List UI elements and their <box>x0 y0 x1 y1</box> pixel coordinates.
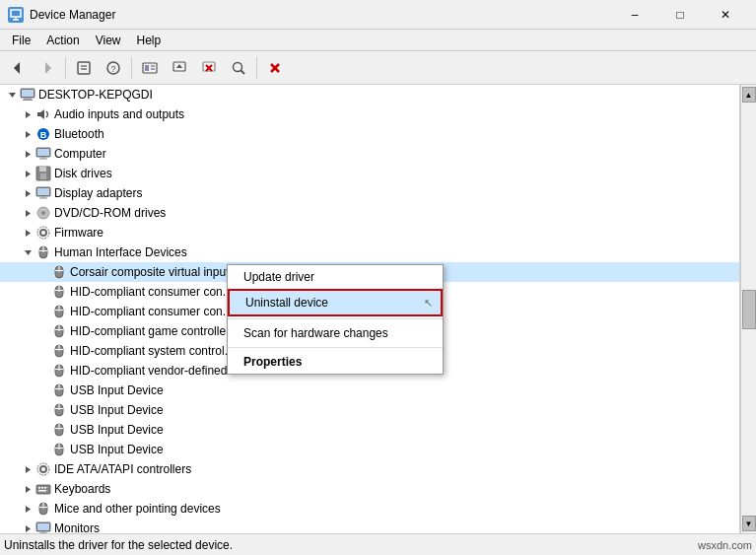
tree-label-usb1: USB Input Device <box>70 383 164 397</box>
tree-icon-display <box>35 185 51 201</box>
expand-icon-disk[interactable] <box>20 166 35 181</box>
menu-action[interactable]: Action <box>38 32 87 49</box>
toolbar-separator-2 <box>131 57 132 79</box>
tree-icon-usb2 <box>51 402 67 418</box>
close-button[interactable]: ✕ <box>703 0 748 30</box>
scroll-up-button[interactable]: ▲ <box>742 87 756 103</box>
svg-rect-5 <box>78 62 90 74</box>
tree-item-firmware[interactable]: Firmware <box>0 223 739 243</box>
expand-icon-computer[interactable] <box>20 146 35 162</box>
tree-item-ide[interactable]: IDE ATA/ATAPI controllers <box>0 459 739 479</box>
expand-icon-monitors[interactable] <box>20 520 35 533</box>
window-title: Device Manager <box>30 8 612 22</box>
tree-label-hid-gc: HID-compliant game controlle... <box>70 324 236 338</box>
tree-item-bluetooth[interactable]: BBluetooth <box>0 124 739 144</box>
expand-icon-display[interactable] <box>20 185 35 201</box>
forward-button[interactable] <box>34 55 61 81</box>
back-button[interactable] <box>4 55 32 81</box>
tree-item-keyboards[interactable]: Keyboards <box>0 479 739 499</box>
expand-icon-hid[interactable] <box>20 244 35 260</box>
delete-button[interactable] <box>261 55 289 81</box>
svg-rect-37 <box>39 159 47 160</box>
expand-icon-root[interactable] <box>4 87 20 103</box>
tree-item-monitors[interactable]: Monitors <box>0 519 739 533</box>
expand-icon-bluetooth[interactable] <box>20 126 35 142</box>
expand-icon-mice[interactable] <box>20 501 35 517</box>
svg-rect-99 <box>39 507 47 508</box>
ctx-separator-2 <box>228 347 443 348</box>
ctx-uninstall-device[interactable]: Uninstall device ↖ <box>228 289 443 316</box>
tree-icon-hid-gc <box>51 323 67 339</box>
tree-icon-usb1 <box>51 382 67 398</box>
expand-icon-keyboards[interactable] <box>20 481 35 497</box>
menu-bar: File Action View Help <box>0 30 756 51</box>
tree-item-audio[interactable]: Audio inputs and outputs <box>0 104 739 124</box>
properties-button[interactable] <box>70 55 98 81</box>
tree-item-usb2[interactable]: USB Input Device <box>0 400 739 420</box>
svg-rect-36 <box>41 157 45 159</box>
svg-marker-3 <box>14 62 20 74</box>
tree-label-mice: Mice and other pointing devices <box>54 502 221 516</box>
svg-point-49 <box>41 211 45 215</box>
svg-point-19 <box>234 62 242 71</box>
help-button[interactable]: ? <box>100 55 127 81</box>
expand-icon-ide[interactable] <box>20 461 35 477</box>
svg-marker-53 <box>25 250 32 255</box>
svg-rect-11 <box>145 65 149 71</box>
scroll-thumb[interactable] <box>742 290 756 329</box>
svg-marker-47 <box>26 210 31 217</box>
scan-button[interactable] <box>225 55 252 81</box>
svg-marker-90 <box>26 486 31 493</box>
tree-label-bluetooth: Bluetooth <box>54 127 104 141</box>
menu-file[interactable]: File <box>4 32 38 49</box>
tree-icon-ide <box>35 461 51 477</box>
expand-icon-usb4 <box>35 442 51 457</box>
update-driver-button[interactable] <box>166 55 193 81</box>
tree-view[interactable]: DESKTOP-KEPQGDIAudio inputs and outputsB… <box>0 85 740 533</box>
svg-rect-65 <box>55 310 63 311</box>
tree-label-disk: Disk drives <box>54 167 112 180</box>
svg-rect-95 <box>38 490 46 492</box>
svg-rect-25 <box>22 90 34 97</box>
menu-view[interactable]: View <box>88 32 129 49</box>
expand-icon-firmware[interactable] <box>20 225 35 241</box>
svg-rect-40 <box>39 167 46 172</box>
tree-item-usb3[interactable]: USB Input Device <box>0 420 739 440</box>
scrollbar[interactable]: ▲ ▼ <box>740 85 756 533</box>
svg-line-20 <box>241 70 245 74</box>
ctx-properties[interactable]: Properties <box>228 350 443 374</box>
toolbar-separator-1 <box>65 57 66 79</box>
tree-icon-corsair <box>51 264 67 280</box>
svg-point-51 <box>40 230 46 236</box>
expand-icon-dvd[interactable] <box>20 205 35 221</box>
svg-point-52 <box>37 227 49 239</box>
show-hidden-button[interactable] <box>136 55 164 81</box>
minimize-button[interactable]: – <box>612 0 657 30</box>
expand-icon-audio[interactable] <box>20 106 35 122</box>
ctx-update-driver[interactable]: Update driver <box>228 265 443 289</box>
tree-icon-firmware <box>35 225 51 241</box>
ctx-scan-hardware[interactable]: Scan for hardware changes <box>228 321 443 345</box>
tree-item-usb4[interactable]: USB Input Device <box>0 440 739 459</box>
tree-label-ide: IDE ATA/ATAPI controllers <box>54 462 191 476</box>
uninstall-button[interactable] <box>195 55 223 81</box>
menu-help[interactable]: Help <box>129 32 170 49</box>
svg-rect-80 <box>55 408 63 409</box>
tree-item-dvd[interactable]: DVD/CD-ROM drives <box>0 203 739 223</box>
scroll-down-button[interactable]: ▼ <box>742 516 756 531</box>
svg-rect-26 <box>24 98 32 100</box>
svg-marker-4 <box>45 62 51 74</box>
tree-item-display[interactable]: Display adapters <box>0 183 739 203</box>
svg-rect-86 <box>55 448 63 449</box>
tree-item-computer[interactable]: Computer <box>0 144 739 164</box>
tree-item-hid[interactable]: Human Interface Devices <box>0 243 739 262</box>
svg-rect-27 <box>23 100 33 101</box>
tree-item-mice[interactable]: Mice and other pointing devices <box>0 499 739 519</box>
tree-item-root[interactable]: DESKTOP-KEPQGDI <box>0 85 739 104</box>
svg-marker-15 <box>176 64 182 68</box>
maximize-button[interactable]: □ <box>657 0 703 30</box>
tree-item-disk[interactable]: Disk drives <box>0 164 739 183</box>
context-menu: Update driver Uninstall device ↖ Scan fo… <box>227 264 444 375</box>
svg-marker-29 <box>37 109 44 119</box>
tree-item-usb1[interactable]: USB Input Device <box>0 381 739 400</box>
